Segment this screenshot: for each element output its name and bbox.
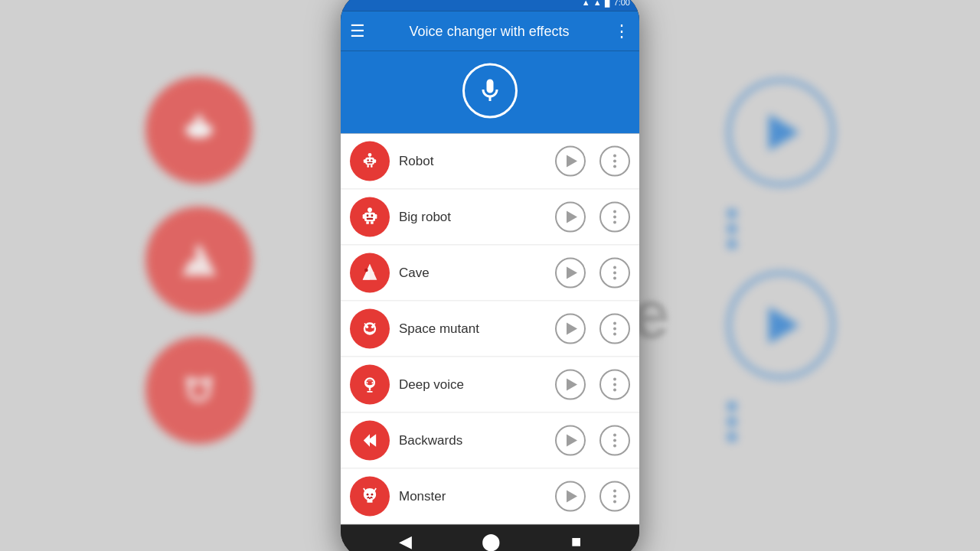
- list-item-space-mutant[interactable]: Space mutant: [341, 302, 639, 357]
- backwards-more-button[interactable]: [599, 425, 630, 456]
- home-button[interactable]: ⬤: [482, 532, 501, 552]
- svg-rect-20: [363, 214, 366, 219]
- recents-button[interactable]: ■: [571, 532, 581, 552]
- svg-point-37: [371, 494, 374, 496]
- svg-point-30: [373, 272, 374, 273]
- cave-name: Cave: [399, 266, 546, 281]
- more-icon[interactable]: ⋮: [613, 21, 630, 41]
- status-icons: ▲ ▲ ▊ 7:00: [582, 0, 630, 7]
- svg-rect-28: [371, 221, 374, 224]
- bg-outline-play2: [727, 272, 835, 379]
- space-mutant-icon: [350, 309, 390, 349]
- cave-play-button[interactable]: [555, 258, 586, 289]
- svg-point-3: [195, 115, 203, 122]
- monster-more-button[interactable]: [599, 481, 630, 512]
- big-robot-icon: [350, 197, 390, 237]
- svg-rect-18: [371, 165, 372, 168]
- robot-more-button[interactable]: [599, 146, 630, 177]
- space-mutant-name: Space mutant: [399, 321, 546, 337]
- app-header: ☰ Voice changer with effects ⋮: [341, 11, 639, 51]
- robot-name: Robot: [399, 154, 546, 169]
- svg-point-8: [205, 377, 213, 385]
- robot-icon: [350, 142, 390, 181]
- svg-point-22: [368, 207, 372, 212]
- bg-circle-robot: [145, 77, 253, 184]
- back-button[interactable]: ◀: [399, 532, 412, 552]
- svg-rect-10: [364, 159, 367, 163]
- phone-frame: ▲ ▲ ▊ 7:00 ☰ Voice changer with effects …: [341, 0, 639, 551]
- list-item-deep-voice[interactable]: Deep voice: [341, 357, 639, 413]
- space-mutant-play-button[interactable]: [555, 314, 586, 344]
- robot-play-button[interactable]: [555, 146, 586, 177]
- svg-rect-19: [364, 213, 375, 222]
- svg-rect-9: [365, 158, 374, 165]
- list-item-cave[interactable]: Cave: [341, 246, 639, 302]
- svg-point-29: [364, 269, 368, 272]
- wifi-icon: ▲: [582, 0, 590, 7]
- svg-point-12: [368, 153, 372, 157]
- nav-bar: ◀ ⬤ ■: [341, 525, 639, 552]
- svg-rect-17: [368, 165, 369, 168]
- space-mutant-more-button[interactable]: [599, 314, 630, 344]
- cave-more-button[interactable]: [599, 258, 630, 289]
- monster-play-button[interactable]: [555, 481, 586, 512]
- bg-circle-cave: [145, 207, 253, 314]
- time: 7:00: [614, 0, 630, 7]
- svg-point-7: [186, 377, 194, 385]
- svg-point-14: [368, 159, 369, 161]
- effects-list: Robot: [341, 134, 639, 525]
- list-item-monster[interactable]: Monster: [341, 469, 639, 525]
- mic-area: [341, 51, 639, 134]
- deep-voice-more-button[interactable]: [599, 370, 630, 400]
- list-item-big-robot[interactable]: Big robot: [341, 190, 639, 246]
- monster-name: Monster: [399, 489, 546, 504]
- list-item-backwards[interactable]: Backwards: [341, 413, 639, 469]
- svg-rect-1: [186, 126, 192, 134]
- mic-button[interactable]: [462, 64, 518, 119]
- svg-rect-11: [374, 159, 377, 163]
- svg-point-25: [371, 214, 374, 217]
- battery-icon: ▊: [605, 0, 611, 7]
- svg-rect-21: [374, 214, 377, 219]
- big-robot-play-button[interactable]: [555, 202, 586, 233]
- deep-voice-name: Deep voice: [399, 377, 546, 393]
- list-item-robot[interactable]: Robot: [341, 134, 639, 190]
- big-robot-name: Big robot: [399, 210, 546, 225]
- monster-icon: [350, 477, 390, 517]
- bg-outline-play1: [727, 79, 835, 186]
- svg-rect-2: [207, 126, 213, 134]
- svg-point-6: [190, 381, 209, 400]
- big-robot-more-button[interactable]: [599, 202, 630, 233]
- svg-rect-27: [366, 221, 369, 224]
- svg-rect-35: [369, 387, 371, 391]
- app-title: Voice changer with effects: [374, 23, 604, 39]
- backwards-icon: [350, 421, 390, 461]
- svg-rect-16: [368, 162, 373, 164]
- svg-point-15: [371, 159, 372, 161]
- deep-voice-icon: [350, 365, 390, 405]
- svg-rect-0: [190, 122, 209, 138]
- status-bar: ▲ ▲ ▊ 7:00: [341, 0, 639, 11]
- backwards-play-button[interactable]: [555, 425, 586, 456]
- svg-point-5: [190, 253, 198, 260]
- backwards-name: Backwards: [399, 433, 546, 448]
- svg-point-36: [367, 494, 369, 496]
- svg-point-24: [367, 214, 369, 217]
- cave-icon: [350, 253, 390, 293]
- bg-circle-space: [145, 337, 253, 444]
- signal-icon: ▲: [593, 0, 602, 7]
- deep-voice-play-button[interactable]: [555, 370, 586, 400]
- menu-icon[interactable]: ☰: [350, 21, 365, 41]
- svg-rect-26: [367, 218, 373, 220]
